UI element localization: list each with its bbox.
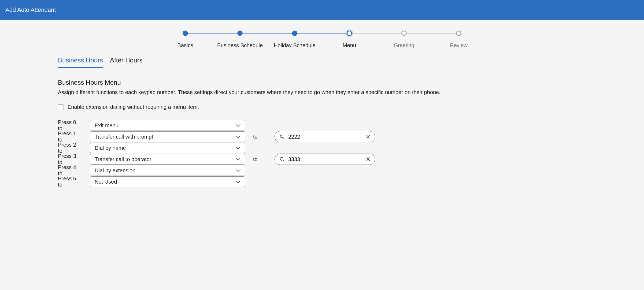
to-label: to bbox=[253, 134, 267, 140]
hours-tabs: Business Hours After Hours bbox=[58, 57, 586, 68]
select-value: Transfer call to operator bbox=[95, 156, 151, 162]
action-select[interactable]: Transfer call to operator bbox=[90, 154, 245, 165]
main-content: Business Hours After Hours Business Hour… bbox=[0, 57, 644, 198]
press-label: Press 2 to bbox=[58, 142, 82, 154]
step-basics[interactable]: Basics bbox=[158, 31, 213, 49]
tab-label: After Hours bbox=[110, 57, 142, 64]
step-label: Review bbox=[450, 42, 468, 49]
tab-business-hours[interactable]: Business Hours bbox=[58, 57, 103, 68]
select-value: Dial by name bbox=[95, 145, 126, 151]
chevron-down-icon bbox=[236, 169, 240, 172]
search-icon bbox=[280, 134, 284, 139]
action-select[interactable]: Dial by name bbox=[90, 143, 245, 153]
step-connector bbox=[404, 33, 459, 34]
step-label: Basics bbox=[177, 42, 193, 49]
svg-point-4 bbox=[280, 157, 283, 160]
clear-icon[interactable] bbox=[366, 157, 370, 161]
to-label: to bbox=[253, 156, 267, 162]
action-select[interactable]: Not Used bbox=[90, 176, 245, 187]
step-connector bbox=[295, 33, 349, 34]
keypad-row-1: Press 1 to Transfer call with prompt to … bbox=[58, 131, 586, 142]
step-dot-icon bbox=[401, 31, 407, 36]
section-title: Business Hours Menu bbox=[58, 79, 586, 86]
search-icon bbox=[280, 157, 284, 162]
section-description: Assign different functions to each keypa… bbox=[58, 88, 586, 96]
keypad-row-5: Press 5 to Not Used bbox=[58, 176, 586, 187]
page-header: Add Auto Attendant bbox=[0, 0, 644, 20]
keypad-row-0: Press 0 to Exit menu bbox=[58, 120, 586, 131]
select-value: Transfer call with prompt bbox=[95, 134, 153, 140]
chevron-down-icon bbox=[236, 135, 240, 138]
clear-icon[interactable] bbox=[366, 135, 370, 139]
tab-after-hours[interactable]: After Hours bbox=[110, 57, 142, 68]
press-label: Press 1 to bbox=[58, 131, 82, 143]
page-title: Add Auto Attendant bbox=[5, 6, 56, 13]
action-select[interactable]: Transfer call with prompt bbox=[90, 131, 245, 142]
chevron-down-icon bbox=[236, 158, 240, 161]
keypad-row-2: Press 2 to Dial by name bbox=[58, 142, 586, 154]
step-connector bbox=[240, 33, 295, 34]
press-label: Press 5 to bbox=[58, 176, 82, 188]
transfer-target-input[interactable]: 2222 bbox=[275, 131, 375, 142]
tab-label: Business Hours bbox=[58, 57, 103, 64]
step-connector bbox=[185, 33, 240, 34]
press-label: Press 4 to bbox=[58, 164, 82, 177]
chevron-down-icon bbox=[236, 147, 240, 149]
svg-line-1 bbox=[283, 137, 284, 139]
step-dot-icon bbox=[237, 31, 243, 36]
step-dot-icon bbox=[456, 31, 461, 36]
checkbox-label: Enable extension dialing without requiri… bbox=[68, 104, 199, 110]
keypad-row-3: Press 3 to Transfer call to operator to … bbox=[58, 154, 586, 165]
action-select[interactable]: Dial by extension bbox=[90, 165, 245, 176]
wizard-stepper: Basics Business Schedule Holiday Schedul… bbox=[0, 20, 644, 57]
step-dot-icon bbox=[347, 31, 352, 36]
target-value: 3333 bbox=[288, 156, 362, 162]
select-value: Not Used bbox=[95, 179, 117, 185]
keypad-menu-rows: Press 0 to Exit menu Press 1 to Transfer… bbox=[58, 120, 586, 187]
chevron-down-icon bbox=[236, 124, 240, 127]
step-dot-icon bbox=[183, 31, 188, 36]
press-label: Press 3 to bbox=[58, 153, 82, 165]
transfer-target-input[interactable]: 3333 bbox=[275, 154, 375, 165]
step-label: Menu bbox=[343, 42, 356, 49]
chevron-down-icon bbox=[236, 180, 240, 183]
step-dot-icon bbox=[292, 31, 297, 36]
press-label: Press 0 to bbox=[58, 119, 82, 132]
action-select[interactable]: Exit menu bbox=[90, 120, 245, 131]
svg-point-0 bbox=[280, 135, 283, 138]
step-connector bbox=[349, 33, 404, 34]
keypad-row-4: Press 4 to Dial by extension bbox=[58, 165, 586, 176]
extension-dialing-row: Enable extension dialing without requiri… bbox=[58, 104, 586, 110]
svg-line-5 bbox=[283, 160, 284, 161]
target-value: 2222 bbox=[288, 134, 362, 140]
step-label: Holiday Schedule bbox=[274, 42, 316, 49]
step-label: Greeting bbox=[394, 42, 414, 49]
select-value: Dial by extension bbox=[95, 168, 135, 174]
step-label: Business Schedule bbox=[217, 42, 263, 49]
select-value: Exit menu bbox=[95, 122, 119, 129]
extension-dialing-checkbox[interactable] bbox=[58, 104, 64, 110]
